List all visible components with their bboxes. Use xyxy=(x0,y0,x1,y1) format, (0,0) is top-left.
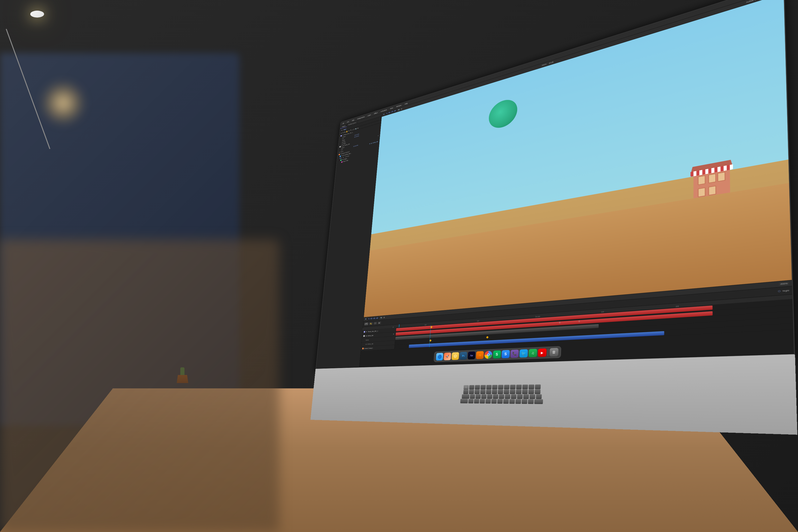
menu-ae[interactable]: AE xyxy=(342,122,345,125)
key-f9[interactable] xyxy=(516,385,522,389)
key-i[interactable] xyxy=(511,394,516,399)
key-semicolon[interactable] xyxy=(521,399,527,403)
dock-photoshop[interactable]: Ps xyxy=(459,352,467,360)
lamp xyxy=(24,0,88,213)
key-o[interactable] xyxy=(517,394,523,399)
timeline-zoom[interactable]: 200% xyxy=(779,282,789,286)
keyboard-row-2 xyxy=(463,390,540,394)
key-caps[interactable] xyxy=(460,399,468,403)
key-f5[interactable] xyxy=(492,385,498,389)
tool-scale[interactable]: ⊞ xyxy=(344,131,346,133)
timeline-comp-name: ▼ xyxy=(365,318,366,320)
dock-viber[interactable]: 📞 xyxy=(510,349,519,358)
dock-chrome[interactable] xyxy=(484,351,492,359)
dock-spotify[interactable]: ♫ xyxy=(528,349,537,357)
dock-squarespace[interactable]: S xyxy=(493,350,501,359)
key-f3[interactable] xyxy=(480,385,486,389)
key-3[interactable] xyxy=(480,390,486,394)
window-1 xyxy=(698,175,705,185)
menu-file[interactable]: File xyxy=(346,120,350,124)
key-t[interactable] xyxy=(493,394,498,399)
tool-select[interactable]: ↖ xyxy=(341,132,342,134)
dock-launchpad[interactable]: 🚀 xyxy=(443,353,451,360)
screen-bezel: AE File Edit Composition Layer Effect An… xyxy=(315,0,795,372)
window-5 xyxy=(708,186,716,195)
btn-draft-3d[interactable]: ⬡ xyxy=(374,322,377,325)
dock-sketch[interactable] xyxy=(451,352,459,360)
key-k[interactable] xyxy=(509,399,515,403)
key-p[interactable] xyxy=(523,394,529,399)
zoom-display[interactable]: 200% xyxy=(541,63,547,67)
key-r[interactable] xyxy=(487,394,492,399)
comp-name-indicator: ▼ xyxy=(341,129,342,131)
key-f[interactable] xyxy=(486,399,491,403)
key-f4[interactable] xyxy=(486,385,492,389)
key-return[interactable] xyxy=(534,399,543,404)
btn-motion-blur[interactable]: 💫 xyxy=(369,322,373,325)
key-bracket-open[interactable] xyxy=(530,394,535,399)
btn-frame-blending[interactable]: 🎬 xyxy=(364,323,368,325)
composition-marker: ⬡ xyxy=(778,290,780,292)
key-9[interactable] xyxy=(516,390,521,394)
key-backtick[interactable] xyxy=(463,390,468,394)
key-tab[interactable] xyxy=(462,394,470,398)
dock-finder[interactable]: 🔵 xyxy=(436,353,443,361)
key-esc[interactable]: esc xyxy=(464,385,469,389)
key-5[interactable] xyxy=(492,390,497,394)
key-0[interactable] xyxy=(522,390,528,394)
window-2 xyxy=(708,173,716,183)
key-h[interactable] xyxy=(497,399,503,403)
key-f11[interactable] xyxy=(529,385,534,389)
key-y[interactable] xyxy=(499,394,504,399)
key-s[interactable] xyxy=(474,399,479,403)
key-1[interactable] xyxy=(469,390,474,394)
key-j[interactable] xyxy=(503,399,509,403)
key-f1[interactable] xyxy=(469,385,475,389)
tool-rotate[interactable]: ↻ xyxy=(342,132,344,134)
menu-edit[interactable]: Edit xyxy=(351,119,355,122)
key-f2[interactable] xyxy=(475,385,480,389)
key-6[interactable] xyxy=(498,390,504,394)
key-a[interactable] xyxy=(468,399,474,403)
key-d[interactable] xyxy=(480,399,485,403)
key-l[interactable] xyxy=(515,399,521,403)
key-2[interactable] xyxy=(475,390,480,394)
dock-skype[interactable]: S xyxy=(501,350,510,358)
btn-live-update[interactable]: ▶ xyxy=(378,322,381,324)
dock-after-effects[interactable]: Ae xyxy=(467,352,475,360)
key-f8[interactable] xyxy=(510,385,516,389)
ae-application: AE File Edit Composition Layer Effect An… xyxy=(316,0,794,371)
key-f10[interactable] xyxy=(522,385,528,389)
tool-text[interactable]: T xyxy=(350,130,351,132)
dock-youtube[interactable]: ▶ xyxy=(537,348,546,357)
tool-light[interactable]: ★ xyxy=(357,127,359,130)
key-minus[interactable] xyxy=(528,390,534,394)
dock-twitter[interactable]: 🐦 xyxy=(519,349,528,358)
tool-pen[interactable]: ✒ xyxy=(348,130,349,132)
key-bracket-close[interactable] xyxy=(536,394,542,399)
key-equals[interactable] xyxy=(535,390,540,394)
key-quote[interactable] xyxy=(528,399,534,403)
key-delete[interactable] xyxy=(535,385,540,389)
dock-illustrator[interactable]: Ai xyxy=(476,351,484,359)
key-4[interactable] xyxy=(486,390,491,394)
foreground-blur xyxy=(0,240,279,532)
tool-camera[interactable]: 📷 xyxy=(355,128,357,130)
key-8[interactable] xyxy=(510,390,515,394)
key-u[interactable] xyxy=(505,394,510,399)
tool-brush[interactable]: ⬡ xyxy=(353,128,355,131)
key-f6[interactable] xyxy=(498,385,504,389)
key-q[interactable] xyxy=(470,394,475,398)
dock-separator xyxy=(548,349,548,356)
scene: AE File Edit Composition Layer Effect An… xyxy=(0,0,798,532)
screen-content: AE File Edit Composition Layer Effect An… xyxy=(316,0,794,371)
key-f7[interactable] xyxy=(504,385,509,389)
timeline-camera-icon: 📷 xyxy=(380,317,382,319)
tool-shape[interactable]: □ xyxy=(352,129,353,131)
dock-trash[interactable]: 🗑 xyxy=(549,348,558,357)
tool-pan[interactable]: ✋ xyxy=(346,131,348,133)
key-7[interactable] xyxy=(504,390,509,394)
key-w[interactable] xyxy=(475,394,481,398)
key-e[interactable] xyxy=(481,394,487,398)
key-g[interactable] xyxy=(491,399,497,403)
